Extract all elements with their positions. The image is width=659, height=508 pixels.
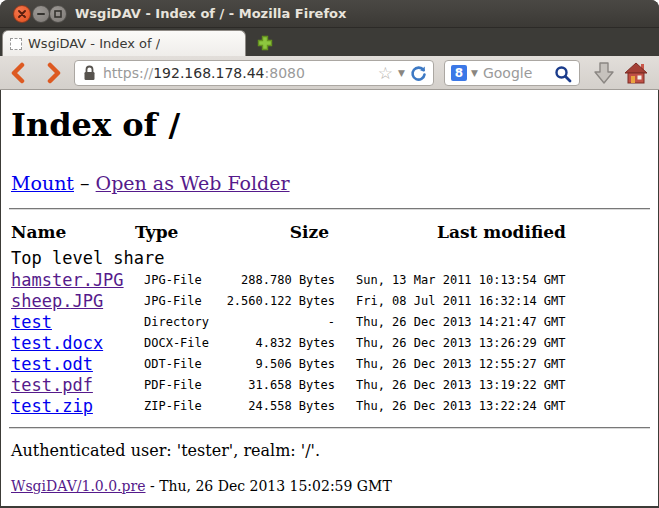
home-icon (623, 61, 649, 85)
open-as-web-folder-link[interactable]: Open as Web Folder (96, 172, 290, 194)
forward-button[interactable] (41, 61, 67, 85)
minimize-button[interactable] (32, 5, 50, 23)
file-size: 4.832 Bytes (181, 333, 335, 354)
close-icon (17, 9, 27, 19)
table-row: sheep.JPG JPG-File 2.560.122 Bytes Fri, … (1, 291, 658, 312)
page-content: Index of / Mount – Open as Web Folder Na… (1, 90, 658, 506)
header-type: Type (135, 222, 178, 242)
table-row: test.pdf PDF-File 31.658 Bytes Thu, 26 D… (1, 375, 658, 396)
search-bar[interactable]: 8 ▼ (444, 60, 580, 86)
file-size: 2.560.122 Bytes (181, 291, 335, 312)
file-modified: Thu, 26 Dec 2013 13:22:24 GMT (356, 396, 566, 417)
file-size: 9.506 Bytes (181, 354, 335, 375)
close-button[interactable] (13, 5, 31, 23)
file-link[interactable]: test.docx (11, 333, 103, 354)
file-modified: Fri, 08 Jul 2011 16:32:14 GMT (356, 291, 566, 312)
chevron-left-icon (9, 62, 27, 84)
file-link[interactable]: test.odt (11, 354, 93, 375)
table-row: test Directory - Thu, 26 Dec 2013 14:21:… (1, 312, 658, 333)
file-size: 24.558 Bytes (181, 396, 335, 417)
plus-icon (256, 34, 274, 52)
file-link[interactable]: hamster.JPG (11, 270, 124, 291)
divider (9, 208, 650, 210)
url-port: :8080 (265, 65, 305, 81)
magnifier-icon[interactable] (554, 65, 572, 83)
url-scheme: https:// (103, 65, 153, 81)
new-tab-button[interactable] (251, 31, 279, 54)
back-button[interactable] (5, 61, 31, 85)
footer-line: WsgiDAV/1.0.0.pre - Thu, 26 Dec 2013 15:… (11, 478, 392, 494)
browser-window: WsgiDAV - Index of / - Mozilla Firefox W… (0, 0, 659, 508)
url-host: 192.168.178.44 (153, 65, 264, 81)
header-last-modified: Last modified (401, 222, 566, 242)
file-modified: Thu, 26 Dec 2013 13:26:29 GMT (356, 333, 566, 354)
maximize-button[interactable] (49, 5, 67, 23)
header-size: Size (241, 222, 329, 242)
navigation-toolbar: https://192.168.178.44:8080 ☆ ▼ 8 ▼ (0, 56, 659, 90)
file-modified: Thu, 26 Dec 2013 14:21:47 GMT (356, 312, 566, 333)
table-row: test.zip ZIP-File 24.558 Bytes Thu, 26 D… (1, 396, 658, 417)
file-modified: Thu, 26 Dec 2013 12:55:27 GMT (356, 354, 566, 375)
tab-bar: WsgiDAV - Index of / (0, 28, 659, 56)
google-favicon: 8 (451, 65, 467, 81)
file-size: 288.780 Bytes (181, 270, 335, 291)
divider (9, 427, 650, 429)
page-favicon-icon (10, 38, 22, 50)
bookmark-star-icon[interactable]: ☆ (378, 65, 393, 82)
padlock-icon (83, 65, 96, 81)
reload-icon[interactable] (410, 65, 427, 82)
wsgidav-version-link[interactable]: WsgiDAV/1.0.0.pre (11, 478, 146, 494)
nav-separator: – (80, 172, 90, 194)
tab-wsgidav[interactable]: WsgiDAV - Index of / (2, 30, 246, 56)
header-name: Name (11, 222, 66, 242)
file-modified: Sun, 13 Mar 2011 10:13:54 GMT (356, 270, 566, 291)
chevron-right-icon (45, 62, 63, 84)
footer-timestamp: - Thu, 26 Dec 2013 15:02:59 GMT (146, 478, 392, 494)
downloads-button[interactable] (590, 60, 618, 86)
mount-link[interactable]: Mount (11, 172, 74, 194)
nav-links: Mount – Open as Web Folder (11, 172, 290, 194)
table-row: test.odt ODT-File 9.506 Bytes Thu, 26 De… (1, 354, 658, 375)
share-note: Top level share (11, 248, 165, 268)
file-modified: Thu, 26 Dec 2013 13:19:22 GMT (356, 375, 566, 396)
file-link[interactable]: test.pdf (11, 375, 93, 396)
file-size: - (181, 312, 335, 333)
tab-label: WsgiDAV - Index of / (28, 36, 160, 51)
table-header: Name Type Size Last modified (1, 222, 658, 244)
maximize-icon (53, 9, 63, 19)
window-title: WsgiDAV - Index of / - Mozilla Firefox (75, 0, 346, 28)
table-row: test.docx DOCX-File 4.832 Bytes Thu, 26 … (1, 333, 658, 354)
titlebar[interactable]: WsgiDAV - Index of / - Mozilla Firefox (0, 0, 659, 28)
file-link[interactable]: sheep.JPG (11, 291, 103, 312)
table-row: hamster.JPG JPG-File 288.780 Bytes Sun, … (1, 270, 658, 291)
url-bar[interactable]: https://192.168.178.44:8080 ☆ ▼ (74, 60, 434, 86)
file-size: 31.658 Bytes (181, 375, 335, 396)
minimize-icon (36, 9, 46, 19)
page-title: Index of / (11, 106, 180, 144)
directory-link[interactable]: test (11, 312, 52, 333)
search-engine-chevron-icon[interactable]: ▼ (471, 69, 478, 78)
file-link[interactable]: test.zip (11, 396, 93, 417)
down-arrow-icon (593, 61, 615, 85)
url-text: https://192.168.178.44:8080 (103, 65, 305, 81)
chevron-down-icon[interactable]: ▼ (398, 69, 405, 78)
auth-status: Authenticated user: 'tester', realm: '/'… (11, 441, 320, 460)
search-input[interactable] (483, 65, 545, 81)
home-button[interactable] (622, 60, 650, 86)
